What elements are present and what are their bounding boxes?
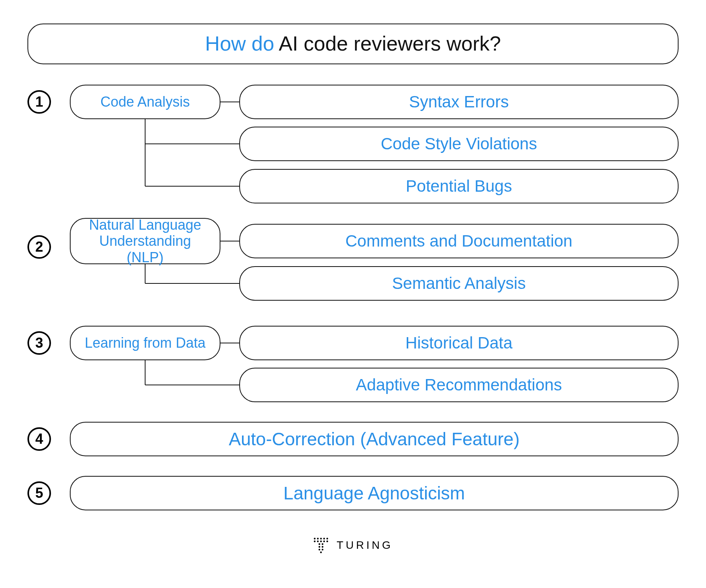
svg-point-15: [314, 541, 315, 542]
child-semantic-analysis: Semantic Analysis: [239, 266, 679, 301]
step-number-1: 1: [27, 90, 51, 114]
child-comments-documentation: Comments and Documentation: [239, 224, 679, 258]
svg-point-21: [322, 543, 323, 545]
child-potential-bugs: Potential Bugs: [239, 169, 679, 203]
step-number-2: 2: [27, 235, 51, 259]
svg-point-19: [326, 541, 328, 542]
svg-point-11: [317, 538, 318, 539]
svg-point-22: [318, 546, 320, 548]
parent-learning-from-data: Learning from Data: [70, 326, 220, 360]
svg-point-20: [318, 543, 320, 545]
svg-point-26: [320, 552, 322, 553]
svg-point-23: [322, 546, 323, 548]
parent-code-analysis: Code Analysis: [70, 85, 220, 119]
svg-point-13: [323, 538, 325, 539]
diagram-canvas: How do AI code reviewers work? 1 Code An…: [27, 24, 679, 572]
title-pill: How do AI code reviewers work?: [27, 24, 679, 64]
brand-name: TURING: [337, 539, 393, 552]
title-accent: How do: [205, 32, 279, 55]
turing-logo-icon: [313, 537, 329, 554]
child-syntax-errors: Syntax Errors: [239, 85, 679, 119]
svg-point-10: [314, 538, 315, 539]
svg-point-17: [320, 541, 322, 542]
child-code-style-violations: Code Style Violations: [239, 127, 679, 161]
child-adaptive-recommendations: Adaptive Recommendations: [239, 368, 679, 402]
svg-point-12: [320, 538, 322, 539]
step-number-3: 3: [27, 331, 51, 355]
title-rest: AI code reviewers work?: [279, 32, 501, 55]
brand-logo: TURING: [313, 537, 393, 554]
step-number-5: 5: [27, 481, 51, 505]
svg-point-24: [318, 549, 320, 550]
child-historical-data: Historical Data: [239, 326, 679, 360]
svg-point-25: [322, 549, 323, 550]
parent-nlp: Natural Language Understanding (NLP): [70, 218, 220, 264]
svg-point-18: [323, 541, 325, 542]
svg-point-16: [317, 541, 318, 542]
parent-auto-correction: Auto-Correction (Advanced Feature): [70, 422, 679, 456]
parent-language-agnosticism: Language Agnosticism: [70, 476, 679, 510]
svg-point-14: [326, 538, 328, 539]
step-number-4: 4: [27, 427, 51, 451]
